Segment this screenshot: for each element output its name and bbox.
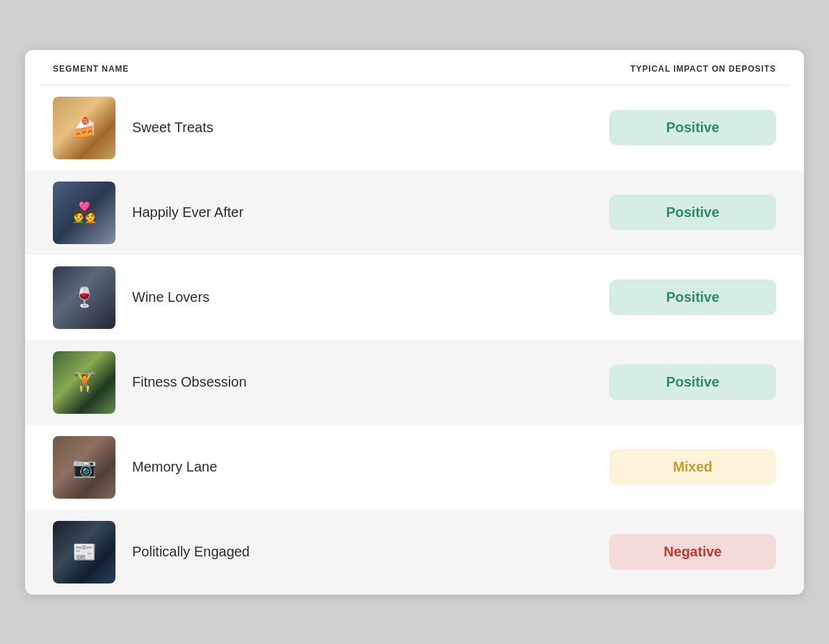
segment-image-happily-ever-after: 💑 bbox=[53, 182, 115, 244]
segment-image-politically-engaged: 📰 bbox=[53, 521, 115, 583]
table-row[interactable]: 🏋️ Fitness Obsession Positive bbox=[25, 340, 804, 425]
impact-badge-wine-lovers: Positive bbox=[609, 280, 776, 315]
segment-image-icon: 📷 bbox=[53, 436, 115, 499]
segment-image-wine-lovers: 🍷 bbox=[53, 266, 115, 329]
row-left: 📰 Politically Engaged bbox=[53, 521, 250, 583]
table-row[interactable]: 🍷 Wine Lovers Positive bbox=[25, 255, 804, 340]
impact-badge-memory-lane: Mixed bbox=[609, 449, 776, 485]
impact-badge-happily-ever-after: Positive bbox=[609, 195, 776, 230]
table-row[interactable]: 🍰 Sweet Treats Positive bbox=[25, 86, 804, 170]
impact-badge-sweet-treats: Positive bbox=[609, 110, 776, 145]
segment-name-fitness-obsession: Fitness Obsession bbox=[132, 374, 247, 390]
segment-image-icon: 🍰 bbox=[53, 97, 115, 159]
segment-image-icon: 💑 bbox=[53, 182, 115, 244]
impact-badge-fitness-obsession: Positive bbox=[609, 364, 776, 400]
row-left: 🏋️ Fitness Obsession bbox=[53, 351, 247, 414]
segment-image-icon: 📰 bbox=[53, 521, 115, 583]
segment-name-wine-lovers: Wine Lovers bbox=[132, 289, 209, 305]
table-body: 🍰 Sweet Treats Positive 💑 Happily Ever A… bbox=[25, 86, 804, 595]
row-left: 🍷 Wine Lovers bbox=[53, 266, 209, 329]
segment-name-happily-ever-after: Happily Ever After bbox=[132, 204, 243, 220]
segment-name-sweet-treats: Sweet Treats bbox=[132, 120, 214, 136]
table-row[interactable]: 📷 Memory Lane Mixed bbox=[25, 425, 804, 510]
column-header-impact: TYPICAL IMPACT ON DEPOSITS bbox=[630, 64, 776, 74]
segment-image-fitness-obsession: 🏋️ bbox=[53, 351, 115, 414]
impact-badge-politically-engaged: Negative bbox=[609, 534, 776, 570]
column-header-segment: SEGMENT NAME bbox=[53, 64, 129, 74]
segment-image-icon: 🍷 bbox=[53, 266, 115, 329]
segment-image-memory-lane: 📷 bbox=[53, 436, 115, 499]
segment-name-politically-engaged: Politically Engaged bbox=[132, 544, 250, 560]
table-header: SEGMENT NAME TYPICAL IMPACT ON DEPOSITS bbox=[25, 50, 804, 85]
table-row[interactable]: 💑 Happily Ever After Positive bbox=[25, 170, 804, 255]
row-left: 📷 Memory Lane bbox=[53, 436, 217, 499]
segment-image-icon: 🏋️ bbox=[53, 351, 115, 414]
row-left: 🍰 Sweet Treats bbox=[53, 97, 214, 159]
table-row[interactable]: 📰 Politically Engaged Negative bbox=[25, 510, 804, 595]
row-left: 💑 Happily Ever After bbox=[53, 182, 243, 244]
main-card: SEGMENT NAME TYPICAL IMPACT ON DEPOSITS … bbox=[25, 50, 804, 595]
segment-image-sweet-treats: 🍰 bbox=[53, 97, 115, 159]
segment-name-memory-lane: Memory Lane bbox=[132, 459, 217, 475]
